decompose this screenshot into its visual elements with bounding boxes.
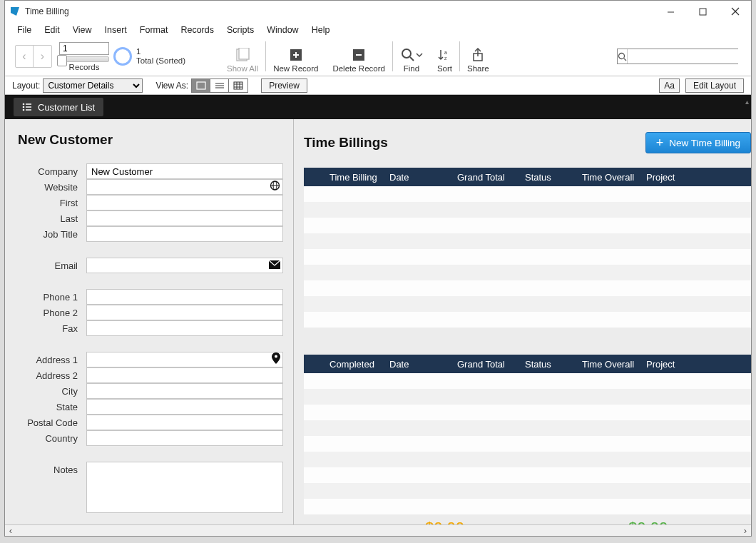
label-postal: Postal Code (15, 417, 86, 428)
view-list-button[interactable] (210, 79, 229, 92)
scroll-left-button[interactable]: ‹ (5, 525, 16, 537)
col-status: Status (525, 172, 582, 183)
maximize-button[interactable] (687, 1, 719, 21)
table-row (304, 373, 751, 389)
new-record-button[interactable]: New Record (266, 37, 325, 76)
globe-icon[interactable] (270, 181, 280, 194)
total-completed: $0.00 (628, 519, 668, 524)
table-row (304, 420, 751, 436)
form-icon (196, 81, 206, 90)
svg-line-18 (624, 59, 626, 61)
view-table-button[interactable] (229, 79, 247, 92)
time-billing-table: Time Billing Date Grand Total Status Tim… (304, 168, 751, 328)
map-pin-icon[interactable] (272, 352, 280, 367)
address1-input[interactable] (86, 352, 283, 367)
label-city: City (15, 386, 86, 397)
col-timeoverall2: Time Overall (582, 359, 646, 370)
fax-input[interactable] (86, 320, 283, 336)
col-grandtotal: Grand Total (457, 172, 525, 183)
phone1-input[interactable] (86, 289, 283, 305)
svg-point-11 (402, 49, 411, 58)
menu-insert[interactable]: Insert (98, 25, 133, 35)
preview-button[interactable]: Preview (261, 78, 307, 93)
total-pending: $0.00 (425, 519, 464, 524)
svg-point-32 (23, 109, 25, 111)
menu-window[interactable]: Window (260, 25, 305, 35)
find-icon (400, 47, 416, 63)
svg-point-38 (275, 355, 277, 358)
totals-row: $0.00 $0.00 (304, 519, 751, 524)
menu-scripts[interactable]: Scripts (220, 25, 260, 35)
found-set-pie-icon[interactable] (113, 47, 132, 66)
postal-input[interactable] (86, 415, 283, 430)
layout-select[interactable]: Customer Details (43, 78, 143, 93)
table-row (304, 186, 751, 202)
scroll-right-button[interactable]: › (740, 525, 751, 537)
edit-layout-button[interactable]: Edit Layout (685, 78, 744, 93)
label-phone2: Phone 2 (15, 308, 86, 318)
col-timebilling: Time Billing (304, 172, 389, 183)
menu-format[interactable]: Format (133, 25, 175, 35)
search-box (617, 49, 738, 64)
sort-button[interactable]: az Sort (430, 37, 459, 76)
next-record-button[interactable]: › (34, 46, 51, 67)
view-toggle (191, 78, 248, 93)
time-billings-panel: Time Billings +New Time Billing Time Bil… (294, 119, 751, 524)
close-button[interactable] (719, 1, 751, 21)
country-input[interactable] (86, 430, 283, 446)
table-row (304, 499, 751, 514)
label-state: State (15, 402, 86, 412)
svg-rect-19 (197, 82, 205, 89)
col-date: Date (389, 172, 457, 183)
table-row (304, 249, 751, 265)
menu-view[interactable]: View (66, 25, 98, 35)
records-label: Records (69, 63, 100, 71)
menu-bar: File Edit View Insert Format Records Scr… (5, 22, 751, 37)
last-input[interactable] (86, 210, 283, 226)
svg-point-17 (619, 53, 625, 59)
formatting-button[interactable]: Aa (659, 78, 680, 93)
prev-record-button[interactable]: ‹ (16, 46, 34, 67)
show-all-button[interactable]: Show All (220, 37, 265, 76)
search-input[interactable] (628, 49, 740, 64)
toolbar: ‹ › Records 1 Total (Sorted) Show All (5, 37, 751, 76)
delete-record-button[interactable]: Delete Record (325, 37, 392, 76)
table-row (304, 202, 751, 218)
table-row (304, 436, 751, 452)
view-form-button[interactable] (192, 79, 210, 92)
menu-file[interactable]: File (11, 25, 38, 35)
first-input[interactable] (86, 195, 283, 210)
website-input[interactable] (86, 179, 283, 195)
phone2-input[interactable] (86, 305, 283, 320)
label-address1: Address 1 (15, 355, 86, 365)
label-country: Country (15, 433, 86, 444)
email-input[interactable] (86, 258, 283, 273)
minimize-button[interactable] (655, 1, 687, 21)
company-input[interactable] (86, 163, 283, 179)
customer-list-button[interactable]: Customer List (14, 98, 103, 116)
menu-help[interactable]: Help (305, 25, 337, 35)
new-time-billing-button[interactable]: +New Time Billing (645, 132, 751, 153)
horizontal-scrollbar[interactable]: ‹ › (5, 524, 751, 536)
address2-input[interactable] (86, 367, 283, 383)
state-input[interactable] (86, 399, 283, 415)
record-number-input[interactable] (59, 42, 109, 55)
left-heading: New Customer (18, 132, 283, 148)
col-project: Project (646, 172, 751, 183)
notes-input[interactable] (86, 462, 283, 513)
find-button[interactable]: Find (393, 37, 430, 76)
envelope-icon[interactable] (269, 259, 280, 272)
share-button[interactable]: Share (460, 37, 496, 76)
table-row (304, 483, 751, 499)
label-website: Website (15, 182, 86, 193)
label-company: Company (15, 166, 86, 177)
jobtitle-input[interactable] (86, 226, 283, 242)
menu-edit[interactable]: Edit (38, 25, 66, 35)
menu-records[interactable]: Records (174, 25, 220, 35)
city-input[interactable] (86, 383, 283, 399)
label-address2: Address 2 (15, 370, 86, 381)
customer-form-panel: New Customer Company Website First Last … (5, 119, 294, 524)
svg-text:z: z (444, 56, 447, 61)
record-slider[interactable] (59, 56, 109, 62)
share-icon (471, 48, 484, 62)
